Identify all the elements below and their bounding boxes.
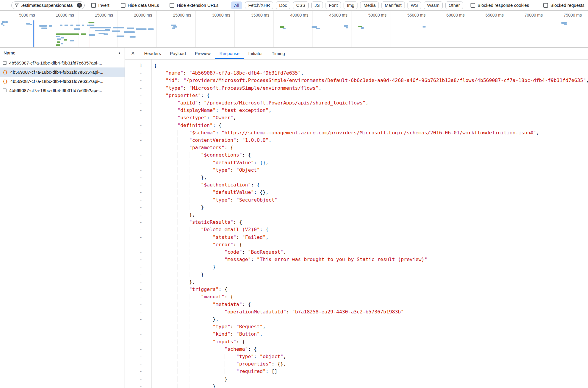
gutter-line: -	[125, 151, 142, 159]
blocked-response-cookies-checkbox[interactable]	[471, 3, 475, 8]
waterfall-bar	[316, 28, 320, 29]
gutter-line: -	[125, 330, 142, 338]
filter-input[interactable]	[21, 3, 75, 8]
tab-timing[interactable]: Timing	[267, 48, 289, 59]
type-filter-manifest[interactable]: Manifest	[381, 1, 405, 9]
timeline-tick-label: 60000 ms	[434, 13, 465, 17]
tab-payload[interactable]: Payload	[165, 48, 190, 59]
waterfall-bar	[88, 22, 94, 23]
code-line: "inputs": {	[154, 338, 588, 345]
gutter-line: -	[125, 308, 142, 315]
close-icon[interactable]: ✕	[125, 50, 140, 57]
waterfall-bar	[423, 26, 426, 28]
domcontentloaded-marker	[33, 20, 34, 47]
request-name: 4b569087-cf7a-18bc-dfb4-f9b31fd7e635?api…	[10, 79, 103, 84]
timeline-chart[interactable]	[0, 20, 588, 47]
tab-response[interactable]: Response	[215, 48, 244, 59]
filter-input-pill[interactable]: ✕	[11, 1, 85, 9]
gutter-line: -	[125, 338, 142, 345]
file-icon	[3, 61, 7, 65]
code-line: "manual": {	[154, 293, 588, 300]
gutter-line: -	[125, 166, 142, 174]
code-line: "id": "/providers/Microsoft.ProcessSimpl…	[154, 77, 588, 84]
request-list-name-header[interactable]: Name ▲	[0, 48, 125, 58]
tab-preview[interactable]: Preview	[190, 48, 215, 59]
line-number-gutter: 1---------------------------------------…	[125, 59, 152, 388]
type-filter-media[interactable]: Media	[360, 1, 379, 9]
tab-initiator[interactable]: Initiator	[244, 48, 267, 59]
invert-checkbox[interactable]	[91, 3, 96, 8]
code-line: "defaultValue": {},	[154, 159, 588, 166]
gutter-line: -	[125, 293, 142, 300]
hide-extension-urls-checkbox[interactable]	[170, 3, 174, 8]
clear-filter-icon[interactable]: ✕	[77, 3, 82, 8]
type-filter-wasm[interactable]: Wasm	[424, 1, 443, 9]
type-filter-all[interactable]: All	[231, 1, 242, 9]
waterfall-bar	[49, 25, 52, 27]
waterfall-bar	[130, 36, 136, 38]
filter-bar-separator	[467, 2, 467, 9]
request-row[interactable]: {}4b569087-cf7a-18bc-dfb4-f9b31fd7e635?a…	[0, 77, 125, 86]
waterfall-bar	[89, 34, 95, 36]
hide-data-urls-checkbox[interactable]	[121, 3, 125, 8]
gutter-line: -	[125, 315, 142, 323]
type-filter-doc[interactable]: Doc	[276, 1, 290, 9]
request-row[interactable]: 4b569087-cf7a-18bc-dfb4-f9b31fd7e635?api…	[0, 86, 125, 95]
network-overview-timeline[interactable]: 5000 ms10000 ms15000 ms20000 ms25000 ms3…	[0, 11, 588, 48]
waterfall-bar	[60, 25, 62, 26]
timeline-tick-label: 20000 ms	[121, 13, 152, 17]
gutter-line: -	[125, 69, 142, 77]
gutter-line: -	[125, 211, 142, 218]
gutter-line: -	[125, 204, 142, 211]
gutter-line: -	[125, 241, 142, 248]
gutter-line: -	[125, 368, 142, 375]
code-line: "message": "This error was brought to yo…	[154, 256, 588, 263]
code-line: "type": "Request",	[154, 323, 588, 330]
request-row[interactable]: {}4b569087-cf7a-18bc-dfb4-f9b31fd7e635?a…	[0, 67, 125, 77]
waterfall-bar	[56, 44, 60, 46]
code-line: },	[154, 315, 588, 323]
type-filter-other[interactable]: Other	[445, 1, 463, 9]
gutter-line: 1	[125, 62, 142, 69]
blocked-requests-checkbox[interactable]	[543, 3, 548, 8]
request-row[interactable]: 4b569087-cf7a-18bc-dfb4-f9b31fd7e635?api…	[0, 58, 125, 67]
response-viewer[interactable]: 1---------------------------------------…	[125, 59, 588, 388]
invert-label: Invert	[98, 3, 109, 8]
gutter-line: -	[125, 301, 142, 308]
type-filter-fetchxhr[interactable]: Fetch/XHR	[245, 1, 273, 9]
waterfall-bar	[82, 25, 84, 26]
waterfall-bar	[361, 27, 364, 29]
name-column-label: Name	[4, 50, 15, 55]
response-code[interactable]: { "name": "4b569087-cf7a-18bc-dfb4-f9b31…	[152, 59, 588, 388]
invert-checkbox-group: Invert	[91, 3, 109, 8]
blocked-response-cookies-label: Blocked response cookies	[478, 3, 529, 8]
timeline-tick-label: 50000 ms	[356, 13, 386, 17]
waterfall-bar	[64, 39, 67, 41]
gutter-line: -	[125, 144, 142, 151]
request-name: 4b569087-cf7a-18bc-dfb4-f9b31fd7e635?api…	[10, 70, 103, 75]
type-filter-ws[interactable]: WS	[407, 1, 421, 9]
request-list-body: 4b569087-cf7a-18bc-dfb4-f9b31fd7e635?api…	[0, 58, 125, 95]
type-filter-font[interactable]: Font	[326, 1, 341, 9]
code-line: },	[154, 278, 588, 286]
funnel-filter-icon	[15, 3, 19, 7]
timeline-tick-label: 35000 ms	[239, 13, 269, 17]
code-line: "required": []	[154, 368, 588, 375]
type-filter-css[interactable]: CSS	[293, 1, 309, 9]
type-filter-img[interactable]: Img	[344, 1, 357, 9]
blocked-requests-label: Blocked requests	[550, 3, 584, 8]
type-filter-js[interactable]: JS	[311, 1, 323, 9]
waterfall-bar	[136, 28, 146, 30]
waterfall-bar	[30, 24, 32, 25]
gutter-line: -	[125, 92, 142, 99]
timeline-tick-label: 75000 ms	[551, 13, 582, 17]
tab-headers[interactable]: Headers	[140, 48, 165, 59]
code-line: }	[154, 204, 588, 211]
gutter-line: -	[125, 345, 142, 353]
code-line: "$connections": {	[154, 151, 588, 159]
gutter-line: -	[125, 136, 142, 144]
gutter-line: -	[125, 129, 142, 136]
timeline-tick-label: 30000 ms	[199, 13, 230, 17]
code-line: "defaultValue": {},	[154, 189, 588, 196]
code-line: {	[154, 62, 588, 69]
